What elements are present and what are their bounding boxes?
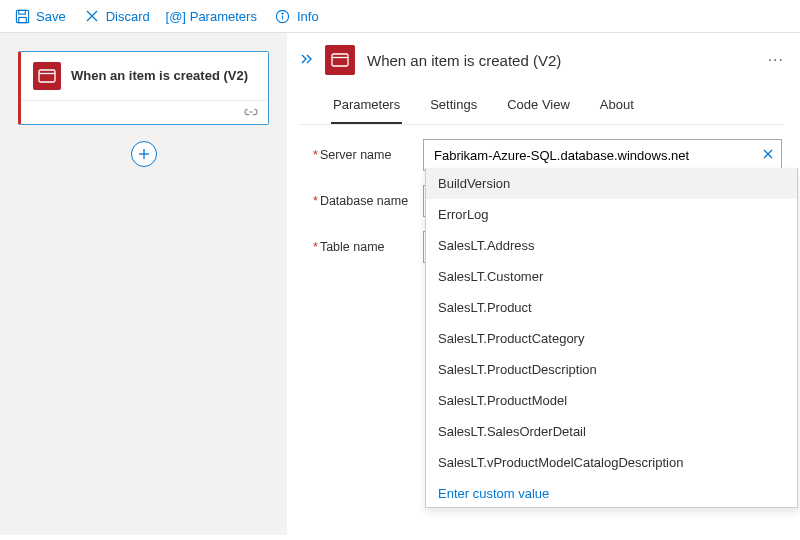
svg-rect-1 <box>18 10 25 14</box>
database-name-label: *Database name <box>313 194 423 208</box>
dropdown-option[interactable]: SalesLT.Product <box>426 292 797 323</box>
close-icon <box>84 8 100 24</box>
info-label: Info <box>297 9 319 24</box>
tab-parameters[interactable]: Parameters <box>331 89 402 124</box>
table-dropdown: BuildVersion ErrorLog SalesLT.Address Sa… <box>425 168 798 508</box>
dropdown-option[interactable]: ErrorLog <box>426 199 797 230</box>
dropdown-option[interactable]: SalesLT.Customer <box>426 261 797 292</box>
info-icon <box>275 8 291 24</box>
parameters-form: *Server name *Database name <box>299 125 784 263</box>
server-name-input[interactable] <box>423 139 782 171</box>
card-link-icon <box>21 100 268 124</box>
trigger-card[interactable]: When an item is created (V2) <box>18 51 269 125</box>
dropdown-option[interactable]: SalesLT.ProductCategory <box>426 323 797 354</box>
tab-codeview[interactable]: Code View <box>505 89 572 124</box>
trigger-title: When an item is created (V2) <box>71 68 248 85</box>
save-button[interactable]: Save <box>14 8 66 24</box>
tab-about[interactable]: About <box>598 89 636 124</box>
svg-rect-12 <box>332 54 348 66</box>
collapse-chevron-icon[interactable] <box>299 52 313 68</box>
dropdown-option[interactable]: BuildVersion <box>426 168 797 199</box>
tabs: Parameters Settings Code View About <box>299 89 784 125</box>
sql-icon <box>33 62 61 90</box>
designer-canvas: When an item is created (V2) <box>0 33 287 535</box>
info-button[interactable]: Info <box>275 8 319 24</box>
clear-icon[interactable] <box>762 147 774 163</box>
svg-rect-8 <box>39 70 55 82</box>
parameters-button[interactable]: [@] Parameters <box>168 8 257 24</box>
parameters-label: Parameters <box>190 9 257 24</box>
more-menu-button[interactable]: ··· <box>768 51 784 69</box>
add-step-button[interactable] <box>131 141 157 167</box>
detail-title: When an item is created (V2) <box>367 52 561 69</box>
toolbar: Save Discard [@] Parameters Info <box>0 0 800 33</box>
sql-icon <box>325 45 355 75</box>
dropdown-option[interactable]: SalesLT.ProductDescription <box>426 354 797 385</box>
dropdown-option[interactable]: SalesLT.SalesOrderDetail <box>426 416 797 447</box>
parameters-icon: [@] <box>168 8 184 24</box>
svg-point-7 <box>282 12 283 13</box>
discard-button[interactable]: Discard <box>84 8 150 24</box>
server-name-label: *Server name <box>313 148 423 162</box>
dropdown-option[interactable]: SalesLT.Address <box>426 230 797 261</box>
dropdown-option[interactable]: SalesLT.vProductModelCatalogDescription <box>426 447 797 478</box>
table-name-label: *Table name <box>313 240 423 254</box>
enter-custom-value[interactable]: Enter custom value <box>426 478 797 508</box>
dropdown-option[interactable]: SalesLT.ProductModel <box>426 385 797 416</box>
discard-label: Discard <box>106 9 150 24</box>
save-icon <box>14 8 30 24</box>
tab-settings[interactable]: Settings <box>428 89 479 124</box>
svg-rect-2 <box>18 17 26 22</box>
detail-panel: When an item is created (V2) ··· Paramet… <box>287 33 800 535</box>
save-label: Save <box>36 9 66 24</box>
